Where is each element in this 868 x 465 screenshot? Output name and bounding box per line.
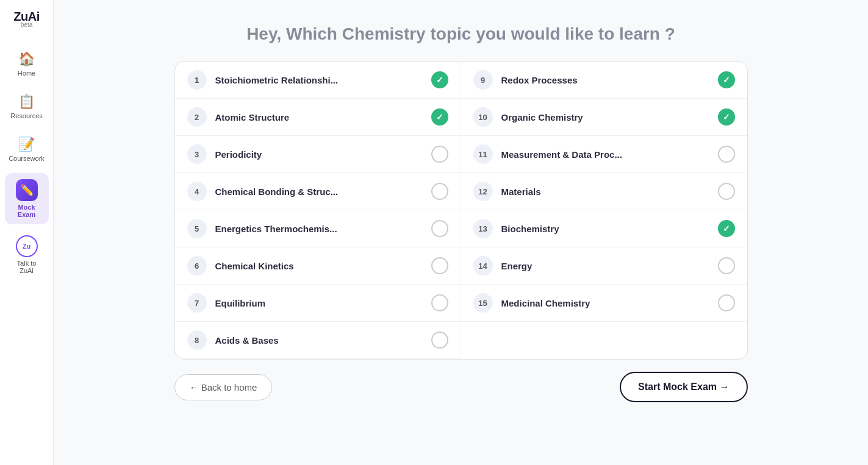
- sidebar-label-coursework: Coursework: [9, 155, 45, 162]
- topic-row[interactable]: 13 Biochemistry: [461, 210, 747, 247]
- topic-row[interactable]: 8 Acids & Bases: [175, 322, 461, 359]
- sidebar-item-home[interactable]: 🏠 Home: [5, 45, 49, 83]
- topic-checkbox[interactable]: [718, 257, 735, 274]
- topic-checkbox[interactable]: [431, 108, 448, 126]
- zuai-chat-icon: Zu: [16, 235, 38, 257]
- topic-name: Atomic Structure: [215, 112, 423, 122]
- sidebar-label-talk-to-zuai: Talk to ZuAi: [12, 260, 41, 274]
- topic-row[interactable]: 14 Energy: [461, 247, 747, 285]
- topic-row[interactable]: 15 Medicinal Chemistry: [461, 285, 747, 322]
- topic-checkbox[interactable]: [431, 294, 448, 311]
- home-icon: 🏠: [18, 51, 35, 67]
- main-content: Hey, Which Chemistry topic you would lik…: [54, 0, 868, 465]
- topic-number: 1: [187, 70, 207, 90]
- resources-icon: 📋: [18, 94, 35, 110]
- topic-number: 13: [473, 219, 493, 238]
- topic-name: Energetics Thermochemis...: [215, 224, 423, 234]
- sidebar-label-home: Home: [18, 69, 35, 77]
- topic-checkbox[interactable]: [718, 71, 735, 88]
- sidebar-item-resources[interactable]: 📋 Resources: [5, 88, 49, 126]
- topic-row[interactable]: 10 Organic Chemistry: [461, 99, 747, 136]
- topic-number: 15: [473, 293, 493, 313]
- sidebar-item-talk-to-zuai[interactable]: Zu Talk to ZuAi: [5, 229, 49, 280]
- topic-row[interactable]: 4 Chemical Bonding & Struc...: [175, 173, 461, 210]
- topic-number: 9: [473, 70, 493, 90]
- topic-name: Measurement & Data Proc...: [501, 149, 709, 160]
- topic-checkbox[interactable]: [431, 183, 448, 200]
- topic-row[interactable]: 12 Materials: [461, 173, 747, 210]
- topic-name: Chemical Kinetics: [215, 261, 423, 271]
- sidebar-item-mock-exam[interactable]: ✏️ Mock Exam: [5, 173, 49, 224]
- topic-checkbox[interactable]: [431, 71, 448, 88]
- topic-checkbox[interactable]: [718, 294, 735, 311]
- topics-grid: 1 Stoichiometric Relationshi... 9 Redox …: [175, 62, 747, 359]
- topic-row[interactable]: 6 Chemical Kinetics: [175, 247, 461, 285]
- topic-number: 14: [473, 256, 493, 275]
- topic-number: 10: [473, 107, 493, 127]
- topic-name: Chemical Bonding & Struc...: [215, 186, 423, 197]
- topic-row[interactable]: 9 Redox Processes: [461, 62, 747, 99]
- mock-exam-icon: ✏️: [20, 183, 34, 197]
- bottom-actions: ← Back to home Start Mock Exam →: [174, 372, 748, 402]
- topic-name: Equilibrium: [215, 298, 423, 308]
- topic-row[interactable]: 5 Energetics Thermochemis...: [175, 210, 461, 247]
- start-mock-exam-button[interactable]: Start Mock Exam →: [620, 372, 747, 402]
- topic-row[interactable]: 11 Measurement & Data Proc...: [461, 136, 747, 173]
- topics-container: 1 Stoichiometric Relationshi... 9 Redox …: [174, 61, 748, 360]
- topic-name: Materials: [501, 186, 709, 197]
- back-to-home-button[interactable]: ← Back to home: [174, 374, 273, 400]
- topic-name: Energy: [501, 261, 709, 271]
- topic-number: 2: [187, 107, 207, 127]
- topic-number: 12: [473, 182, 493, 201]
- topic-row[interactable]: 2 Atomic Structure: [175, 99, 461, 136]
- sidebar-label-mock-exam: Mock Exam: [12, 204, 41, 218]
- topic-checkbox[interactable]: [431, 220, 448, 237]
- topic-row[interactable]: 3 Periodicity: [175, 136, 461, 173]
- sidebar-label-resources: Resources: [10, 112, 43, 119]
- sidebar: ZuAi beta 🏠 Home 📋 Resources 📝 Coursewor…: [0, 0, 54, 465]
- topic-checkbox[interactable]: [431, 146, 448, 163]
- topic-checkbox[interactable]: [431, 257, 448, 274]
- topic-number: 11: [473, 144, 493, 164]
- topic-name: Medicinal Chemistry: [501, 298, 709, 308]
- topic-name: Periodicity: [215, 149, 423, 160]
- page-title: Hey, Which Chemistry topic you would lik…: [246, 24, 675, 44]
- topic-row[interactable]: 1 Stoichiometric Relationshi...: [175, 62, 461, 99]
- topic-name: Acids & Bases: [215, 335, 423, 346]
- topic-number: 4: [187, 182, 207, 201]
- topic-checkbox[interactable]: [718, 108, 735, 126]
- coursework-icon: 📝: [18, 137, 35, 152]
- mock-exam-icon-wrapper: ✏️: [16, 179, 38, 201]
- topic-checkbox[interactable]: [431, 332, 448, 349]
- topic-checkbox[interactable]: [718, 146, 735, 163]
- topic-checkbox[interactable]: [718, 183, 735, 200]
- logo: ZuAi beta: [13, 10, 39, 28]
- topic-row[interactable]: 7 Equilibrium: [175, 285, 461, 322]
- topic-number: 8: [187, 330, 207, 350]
- topic-number: 6: [187, 256, 207, 275]
- topic-name: Organic Chemistry: [501, 112, 709, 122]
- topic-number: 5: [187, 219, 207, 238]
- topic-number: 3: [187, 144, 207, 164]
- topic-name: Redox Processes: [501, 75, 709, 85]
- topic-number: 7: [187, 293, 207, 313]
- topic-name: Biochemistry: [501, 224, 709, 234]
- sidebar-item-coursework[interactable]: 📝 Coursework: [5, 130, 49, 168]
- topic-row[interactable]: [461, 322, 747, 359]
- topic-checkbox[interactable]: [718, 220, 735, 237]
- topic-name: Stoichiometric Relationshi...: [215, 75, 423, 85]
